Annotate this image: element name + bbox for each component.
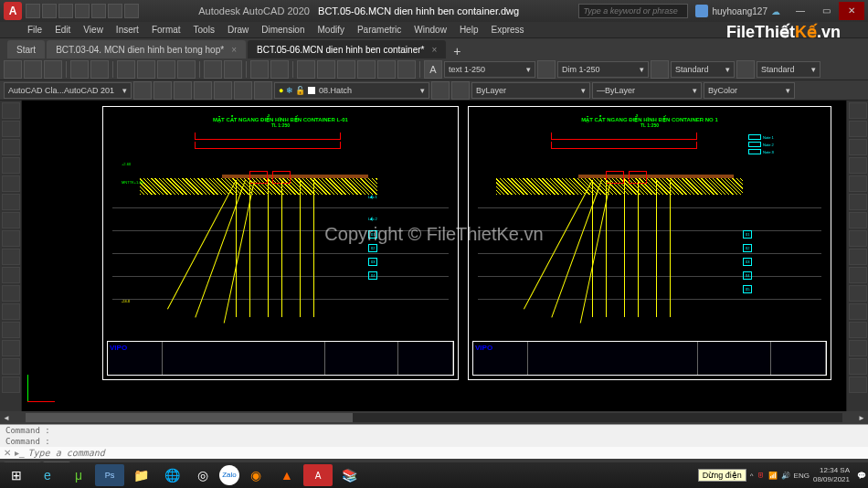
scroll-right[interactable]: ►: [855, 414, 868, 422]
pb-layermgr[interactable]: [431, 81, 450, 100]
tool-offset[interactable]: [849, 157, 867, 174]
rb-paste[interactable]: [157, 60, 175, 79]
tool-text[interactable]: [2, 303, 20, 320]
tray-net-icon[interactable]: 📶: [768, 472, 778, 480]
tool-fillet[interactable]: [849, 358, 867, 375]
pb-layoff[interactable]: [254, 81, 272, 100]
rb-tbl[interactable]: [651, 60, 669, 79]
tool-ray[interactable]: [2, 377, 20, 393]
rb-copy[interactable]: [137, 60, 155, 79]
tray-vol-icon[interactable]: 🔊: [781, 472, 790, 480]
qat-open[interactable]: [42, 4, 57, 18]
close-icon[interactable]: ×: [231, 45, 237, 55]
pb-layeriso[interactable]: [214, 81, 232, 100]
tool-explode[interactable]: [849, 377, 867, 393]
rb-match[interactable]: [177, 60, 196, 79]
rb-prop[interactable]: [297, 60, 315, 79]
tool-block[interactable]: [2, 267, 20, 283]
menu-dimension[interactable]: Dimension: [261, 25, 304, 35]
rb-preview[interactable]: [90, 60, 109, 79]
qat-redo[interactable]: [124, 4, 139, 18]
user-icon[interactable]: [695, 5, 708, 17]
rb-ml[interactable]: [736, 60, 755, 79]
color-combo[interactable]: ByColor: [704, 82, 795, 99]
tool-copy[interactable]: [849, 121, 867, 137]
dim-style-dropdown[interactable]: Dim 1-250: [557, 61, 649, 78]
task-winrar[interactable]: 📚: [334, 464, 364, 486]
menu-express[interactable]: Express: [491, 25, 524, 35]
app-cloud-icon[interactable]: ☁: [771, 6, 780, 16]
tool-erase[interactable]: [849, 102, 867, 119]
menu-modify[interactable]: Modify: [318, 25, 344, 35]
tool-pline[interactable]: [2, 121, 20, 137]
qat-saveas[interactable]: [75, 4, 90, 18]
menu-help[interactable]: Help: [460, 25, 479, 35]
tool-circle[interactable]: [2, 194, 20, 210]
menu-insert[interactable]: Insert: [116, 25, 139, 35]
task-acad[interactable]: A: [303, 464, 333, 486]
doctab-2[interactable]: BCT.05-06.MCN dien hinh ben container*×: [248, 40, 446, 58]
rb-pan[interactable]: [250, 60, 269, 79]
scroll-track[interactable]: [26, 413, 842, 422]
rb-plot[interactable]: [70, 60, 89, 79]
tool-chamfer[interactable]: [849, 340, 867, 356]
tray-lang[interactable]: ENG: [794, 472, 810, 480]
tool-region[interactable]: [2, 322, 20, 338]
menu-view[interactable]: View: [83, 25, 103, 35]
start-button[interactable]: ⊞: [2, 464, 31, 486]
tbl-style-dropdown[interactable]: Standard: [671, 61, 735, 78]
minimize-button[interactable]: —: [788, 2, 813, 20]
app-logo[interactable]: A: [4, 2, 22, 20]
layer-combo[interactable]: ● ❄ 🔓 08.Hatch: [274, 82, 429, 99]
rb-qcalc[interactable]: [397, 60, 416, 79]
rb-dc[interactable]: [317, 60, 335, 79]
tool-spline[interactable]: [2, 212, 20, 228]
username[interactable]: huyhoang127: [712, 6, 767, 16]
task-explorer[interactable]: 📁: [126, 464, 155, 486]
tray-clock[interactable]: 12:34 SA 08/09/2021: [813, 466, 853, 484]
doctab-1[interactable]: BCT.03-04. MCN dien hinh ben tong hop*×: [47, 40, 246, 58]
tool-rect[interactable]: [2, 157, 20, 174]
rb-markup[interactable]: [377, 60, 396, 79]
qat-undo[interactable]: [108, 4, 122, 18]
task-chrome[interactable]: 🌐: [157, 464, 186, 486]
rb-save[interactable]: [44, 60, 62, 79]
linetype-combo[interactable]: ByLayer: [471, 82, 590, 99]
rb-undo2[interactable]: [204, 60, 222, 79]
task-app1[interactable]: ◎: [188, 464, 217, 486]
doctab-start[interactable]: Start: [7, 40, 45, 58]
menu-draw[interactable]: Draw: [228, 25, 249, 35]
command-input[interactable]: [28, 448, 864, 458]
rb-open[interactable]: [24, 60, 42, 79]
close-icon[interactable]: ×: [431, 45, 437, 55]
pb-layerstate[interactable]: [451, 81, 470, 100]
tool-move[interactable]: [849, 194, 867, 210]
tool-join[interactable]: [849, 322, 867, 338]
pb-layer[interactable]: [194, 81, 212, 100]
rb-new[interactable]: [4, 60, 22, 79]
tool-line[interactable]: [2, 102, 20, 119]
rb-text[interactable]: A: [424, 60, 442, 79]
drawing-canvas[interactable]: MẶT CẮT NGANG ĐIỂN HÌNH BẾN CONTAINER L-…: [22, 101, 846, 411]
pb-3[interactable]: [174, 81, 192, 100]
tray-notif-icon[interactable]: 💬: [857, 472, 866, 480]
pb-layfrz[interactable]: [234, 81, 252, 100]
rb-tp[interactable]: [337, 60, 355, 79]
tool-trim[interactable]: [849, 267, 867, 283]
scroll-left[interactable]: ◄: [0, 414, 13, 422]
rb-redo2[interactable]: [224, 60, 242, 79]
rb-ssm[interactable]: [357, 60, 376, 79]
pb-2[interactable]: [153, 81, 172, 100]
help-search-input[interactable]: [578, 4, 688, 18]
tray-up-icon[interactable]: ^: [750, 472, 754, 480]
menu-file[interactable]: File: [27, 25, 42, 35]
task-zalo[interactable]: Zalo: [219, 465, 239, 485]
tool-rotate[interactable]: [849, 212, 867, 228]
rb-cut[interactable]: [117, 60, 135, 79]
scroll-thumb[interactable]: [26, 413, 353, 422]
tool-mline[interactable]: [2, 358, 20, 375]
tool-array[interactable]: [849, 175, 867, 192]
add-tab-button[interactable]: +: [448, 44, 466, 58]
tool-mirror[interactable]: [849, 139, 867, 155]
pb-1[interactable]: [133, 81, 152, 100]
